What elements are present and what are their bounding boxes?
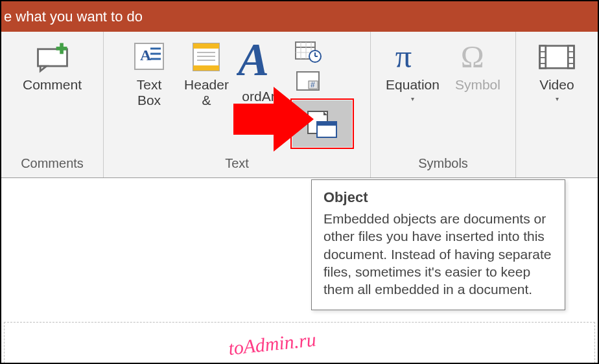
text-small-column: # [292,38,352,147]
equation-dropdown-icon: ▾ [411,95,414,102]
datetime-button[interactable] [292,38,323,64]
symbol-label: Symbol [455,77,500,93]
comment-label: Comment [23,77,82,93]
symbol-icon: Ω [458,41,497,73]
svg-text:π: π [395,40,412,74]
group-comments-label: Comments [21,156,84,174]
svg-text:Ω: Ω [461,40,484,74]
wordart-dropdown-icon: ▾ [259,107,262,114]
symbol-button[interactable]: Ω Symbol [447,38,508,95]
svg-rect-31 [317,122,336,126]
group-text: A Text Box [104,32,371,177]
wordart-icon: A [237,41,285,85]
comment-button[interactable]: Comment [15,38,89,95]
wordart-label: ordArt [242,89,279,104]
svg-text:A: A [140,47,152,63]
group-comments: Comment Comments [1,32,104,177]
datetime-icon [294,40,322,63]
group-symbols-label: Symbols [418,156,468,174]
object-icon [304,108,340,140]
tooltip-body: Embedded objects are documents or other … [323,210,553,298]
header-footer-label: Header & [184,77,229,108]
video-dropdown-icon: ▾ [556,95,559,102]
textbox-button[interactable]: A Text Box [122,38,176,111]
group-symbols: π Equation ▾ Ω Symbol Symbols [371,32,516,177]
slidenumber-icon: # [294,69,322,93]
group-media: Video ▾ [516,32,598,177]
group-text-label: Text [225,156,249,174]
header-footer-icon [187,41,226,73]
svg-rect-3 [56,47,67,51]
equation-button[interactable]: π Equation ▾ [378,38,447,105]
slidenumber-button[interactable]: # [292,68,323,94]
svg-text:#: # [311,80,315,89]
textbox-icon: A [130,41,169,73]
video-label: Video [539,77,574,93]
equation-label: Equation [386,77,440,93]
ribbon: Comment Comments A Text Box [1,32,598,178]
equation-icon: π [393,41,432,73]
tooltip-title: Object [323,189,553,206]
svg-text:A: A [237,39,269,85]
video-button[interactable]: Video ▾ [530,38,584,105]
video-icon [537,41,576,73]
tooltip-object: Object Embedded objects are documents or… [311,179,565,310]
textbox-label: Text Box [137,77,162,108]
svg-rect-11 [193,65,219,71]
tell-me-text: e what you want to do [4,8,143,25]
header-footer-button[interactable]: Header & [176,38,237,111]
tell-me-bar[interactable]: e what you want to do [1,1,598,32]
object-button[interactable] [292,100,352,147]
svg-rect-10 [193,43,219,49]
comment-icon [33,41,72,73]
svg-marker-1 [40,66,46,71]
wordart-button[interactable]: A ordArt ▾ [237,38,288,117]
